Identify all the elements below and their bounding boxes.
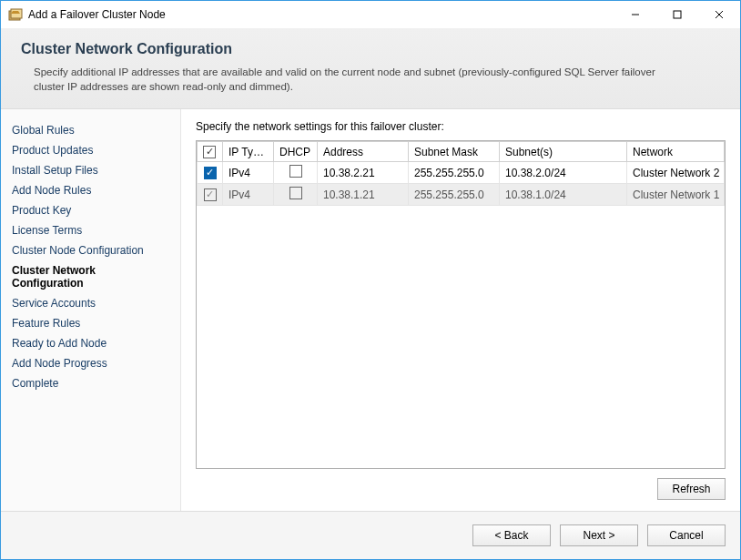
sidebar-item[interactable]: Global Rules [10, 120, 171, 140]
page-description: Specify additional IP addresses that are… [21, 65, 676, 94]
sidebar-item[interactable]: Product Key [10, 200, 171, 220]
dhcp-checkbox [289, 187, 302, 199]
cell-network: Cluster Network 1 [627, 184, 725, 206]
main-panel: Specify the network settings for this fa… [181, 109, 740, 511]
col-subnets[interactable]: Subnet(s) [500, 142, 627, 162]
window-title: Add a Failover Cluster Node [28, 8, 166, 21]
cell-address: 10.38.1.21 [318, 184, 409, 206]
titlebar: Add a Failover Cluster Node [1, 1, 740, 28]
col-subnetmask[interactable]: Subnet Mask [409, 142, 500, 162]
header-area: Cluster Network Configuration Specify ad… [1, 28, 740, 109]
app-icon [8, 7, 23, 22]
maximize-button[interactable] [656, 1, 698, 28]
sidebar-item[interactable]: Product Updates [10, 140, 171, 160]
sidebar-item[interactable]: Add Node Rules [10, 180, 171, 200]
cancel-button[interactable]: Cancel [647, 524, 726, 546]
cell-address: 10.38.2.21 [318, 162, 409, 184]
col-network[interactable]: Network [627, 142, 725, 162]
minimize-button[interactable] [614, 1, 656, 28]
wizard-steps-sidebar: Global RulesProduct UpdatesInstall Setup… [1, 109, 181, 511]
col-iptype[interactable]: IP Ty… [223, 142, 274, 162]
select-all-checkbox[interactable] [203, 146, 216, 158]
instruction-text: Specify the network settings for this fa… [196, 120, 726, 133]
sidebar-item[interactable]: Feature Rules [10, 313, 171, 333]
cell-subnets: 10.38.2.0/24 [500, 162, 627, 184]
sidebar-item[interactable]: Service Accounts [10, 293, 171, 313]
sidebar-item[interactable]: Cluster Node Configuration [10, 240, 171, 260]
cell-network: Cluster Network 2 [627, 162, 725, 184]
sidebar-item[interactable]: Ready to Add Node [10, 333, 171, 353]
installer-window: Add a Failover Cluster Node Cluster Netw… [0, 0, 741, 560]
cell-iptype: IPv4 [223, 162, 274, 184]
next-button[interactable]: Next > [560, 524, 638, 546]
cell-subnetmask: 255.255.255.0 [409, 184, 500, 206]
row-select-checkbox[interactable] [204, 167, 217, 179]
dhcp-checkbox[interactable] [289, 165, 302, 178]
sidebar-item[interactable]: Install Setup Files [10, 160, 171, 180]
grid-row[interactable]: IPv410.38.2.21255.255.255.010.38.2.0/24C… [198, 162, 725, 184]
grid-row: IPv410.38.1.21255.255.255.010.38.1.0/24C… [198, 184, 725, 206]
sidebar-item[interactable]: License Terms [10, 220, 171, 240]
network-grid[interactable]: IP Ty… DHCP Address Subnet Mask Subnet(s… [196, 140, 726, 469]
col-dhcp[interactable]: DHCP [274, 142, 318, 162]
sidebar-item[interactable]: Complete [10, 373, 171, 393]
svg-rect-3 [674, 11, 681, 18]
back-button[interactable]: < Back [472, 524, 551, 546]
grid-header-row: IP Ty… DHCP Address Subnet Mask Subnet(s… [198, 142, 725, 162]
cell-subnetmask: 255.255.255.0 [409, 162, 500, 184]
sidebar-item[interactable]: Cluster Network Configuration [10, 260, 171, 293]
cell-iptype: IPv4 [223, 184, 274, 206]
page-title: Cluster Network Configuration [21, 41, 720, 57]
wizard-footer: < Back Next > Cancel [1, 511, 740, 559]
refresh-button[interactable]: Refresh [657, 478, 726, 500]
col-check[interactable] [198, 142, 223, 162]
sidebar-item[interactable]: Add Node Progress [10, 353, 171, 373]
close-button[interactable] [698, 1, 740, 28]
row-select-checkbox [204, 188, 217, 201]
col-address[interactable]: Address [318, 142, 409, 162]
cell-subnets: 10.38.1.0/24 [500, 184, 627, 206]
